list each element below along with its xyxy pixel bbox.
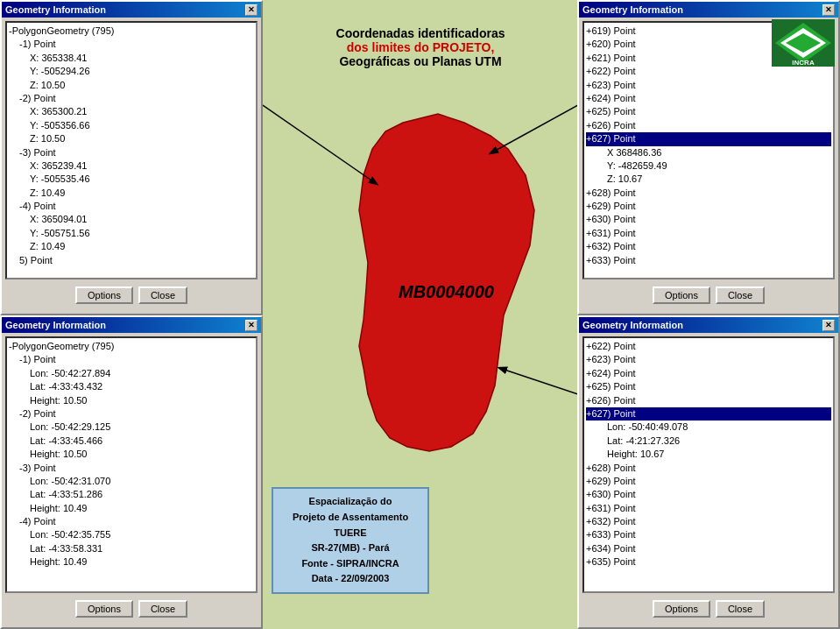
titlebar-bottom-right: Geometry Information ✕ [579,317,838,333]
tree-item: Y: -482659.49 [586,159,831,173]
tree-item: Z: 10.50 [9,79,254,92]
tree-item: Height: 10.50 [9,394,254,407]
tree-item: Lon: -50:42:31.070 [9,475,254,488]
tree-item: -2) Point [9,92,254,105]
tree-item: -4) Point [9,515,254,528]
tree-item: +623) Point [586,353,831,366]
tree-item: -PolygonGeometry (795) [9,25,254,38]
tree-item: +630) Point [586,488,831,501]
close-btn2-bottom-left[interactable]: Close [138,600,187,618]
tree-item: +634) Point [586,542,831,555]
tree-item: +632) Point [586,240,831,253]
close-btn-top-right[interactable]: ✕ [822,4,835,16]
footer-top-left: Options Close [2,283,261,307]
info-line6: Data - 22/09/2003 [280,571,420,587]
footer-top-right: Options Close [579,283,838,307]
tree-item: Height: 10.67 [586,448,831,461]
tree-item: +622) Point [586,65,831,78]
tree-item: +633) Point [586,528,831,541]
options-btn-top-left[interactable]: Options [75,286,133,304]
tree-item: +633) Point [586,254,831,267]
tree-item: -2) Point [9,407,254,421]
tree-top-left: -PolygonGeometry (795)-1) PointX: 365338… [7,23,256,269]
tree-item: +627) Point [586,407,831,421]
options-btn-top-right[interactable]: Options [653,286,710,304]
tree-item: 5) Point [9,254,254,267]
tree-item: +627) Point [586,132,831,145]
tree-item: Lon: -50:42:29.125 [9,421,254,434]
panel-bottom-right: Geometry Information ✕ +622) Point+623) … [577,315,840,629]
title-top-right: Geometry Information [582,4,683,15]
tree-item: -1) Point [9,38,254,51]
tree-item: Z: 10.49 [9,187,254,200]
tree-item: X: 365239.41 [9,159,254,173]
tree-item: X: 365094.01 [9,213,254,226]
options-btn-bottom-right[interactable]: Options [653,600,710,618]
close-btn2-top-left[interactable]: Close [138,286,187,304]
tree-item: +629) Point [586,475,831,488]
tree-item: Lat: -4:33:45.466 [9,435,254,448]
tree-item: Height: 10.49 [9,555,254,569]
svg-line-3 [499,368,578,394]
titlebar-top-left: Geometry Information ✕ [2,2,261,18]
polygon-label-text: MB0004000 [399,282,494,301]
tree-item: +631) Point [586,502,831,515]
tree-item: +632) Point [586,515,831,528]
panel-bottom-left: Geometry Information ✕ -PolygonGeometry … [0,315,263,629]
tree-item: X: 365300.21 [9,105,254,118]
footer-bottom-right: Options Close [579,597,838,621]
close-btn2-bottom-right[interactable]: Close [716,600,765,618]
tree-item: +628) Point [586,462,831,475]
tree-item: Lat: -4:21:27.326 [586,435,831,448]
info-line5: Fonte - SIPRA/INCRA [280,556,420,572]
close-btn-top-left[interactable]: ✕ [245,4,258,16]
svg-text:INCRA: INCRA [792,59,815,67]
close-btn-bottom-left[interactable]: ✕ [245,320,258,331]
svg-line-1 [263,105,377,184]
tree-item: +623) Point [586,79,831,92]
tree-item: -3) Point [9,462,254,475]
tree-item: Y: -505535.46 [9,173,254,186]
tree-item: Z: 10.50 [9,132,254,145]
tree-item: Lat: -4:33:51.286 [9,488,254,501]
footer-bottom-left: Options Close [2,597,261,621]
map-area: Coordenadas identificadoras dos limites … [263,0,578,629]
tree-item: -PolygonGeometry (795) [9,340,254,353]
svg-line-2 [491,105,578,153]
tree-item: Lon: -50:42:35.755 [9,528,254,541]
tree-item: Lon: -50:40:49.078 [586,421,831,434]
info-line4: SR-27(MB) - Pará [280,541,420,556]
titlebar-bottom-left: Geometry Information ✕ [2,317,261,333]
tree-item: +626) Point [586,394,831,407]
tree-item: -4) Point [9,200,254,213]
close-btn-bottom-right[interactable]: ✕ [822,320,835,331]
titlebar-top-right: Geometry Information ✕ [579,2,838,18]
tree-item: +622) Point [586,340,831,353]
tree-item: X 368486.36 [586,146,831,159]
tree-item: +630) Point [586,213,831,226]
tree-item: +628) Point [586,187,831,200]
tree-item: Y: -505294.26 [9,65,254,78]
close-btn2-top-right[interactable]: Close [716,286,765,304]
info-box: Espacialização do Projeto de Assentament… [272,487,429,594]
tree-item: +624) Point [586,367,831,380]
tree-item: +625) Point [586,380,831,393]
tree-item: X: 365338.41 [9,52,254,65]
title-bottom-right: Geometry Information [582,320,683,330]
tree-item: +635) Point [586,555,831,569]
tree-item: Y: -505751.56 [9,227,254,240]
tree-item: +629) Point [586,200,831,213]
panel-top-right: Geometry Information ✕ INCRA +619) Point… [577,0,840,315]
tree-content-bottom-right: +622) Point+623) Point+624) Point+625) P… [582,336,835,593]
options-btn-bottom-left[interactable]: Options [75,600,133,618]
incra-logo: INCRA [772,19,835,67]
tree-bottom-right: +622) Point+623) Point+624) Point+625) P… [584,338,833,571]
tree-item: Lat: -4:33:43.432 [9,380,254,393]
tree-item: Z: 10.49 [9,240,254,253]
tree-item: Y: -505356.66 [9,119,254,132]
panel-top-left: Geometry Information ✕ -PolygonGeometry … [0,0,263,315]
tree-item: Height: 10.49 [9,502,254,515]
tree-item: +626) Point [586,119,831,132]
tree-item: Z: 10.67 [586,173,831,186]
tree-item: -3) Point [9,146,254,159]
